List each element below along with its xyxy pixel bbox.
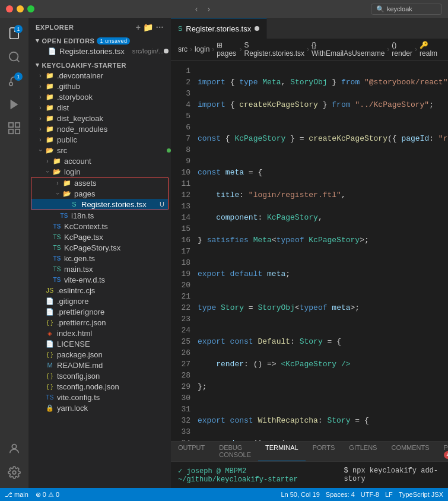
sidebar-item-gitignore[interactable]: 📄 .gitignore xyxy=(28,296,171,306)
maximize-button[interactable] xyxy=(27,5,34,12)
unsaved-badge: U xyxy=(160,201,164,208)
scm-badge: 1 xyxy=(14,72,23,81)
breadcrumb-login[interactable]: login xyxy=(195,45,209,53)
sidebar-item-package-json[interactable]: { } package.json xyxy=(28,349,171,360)
terminal-content[interactable]: ✓ joseph @ MBPM2 ~/github/keycloakify-st… xyxy=(171,462,448,488)
settings-icon[interactable] xyxy=(4,462,25,483)
search-icon: 🔍 xyxy=(376,5,385,13)
sidebar-item-account[interactable]: › 📁 account xyxy=(28,156,171,166)
svg-rect-6 xyxy=(15,123,20,127)
minimize-button[interactable] xyxy=(17,5,24,12)
sidebar-item-i18n[interactable]: TS i18n.ts xyxy=(28,210,171,221)
ts-file-icon: TS xyxy=(52,253,62,263)
sidebar-item-kcpagestory[interactable]: TS KcPageStory.tsx xyxy=(28,242,171,253)
sidebar-item-node-modules[interactable]: › 📁 node_modules xyxy=(28,123,171,134)
tab-debug-console[interactable]: DEBUG CONSOLE xyxy=(212,442,258,461)
status-language[interactable]: TypeScript JSX xyxy=(399,491,443,498)
sidebar-item-tsconfig[interactable]: { } tsconfig.json xyxy=(28,370,171,381)
problems-badge: 4 xyxy=(444,451,448,459)
open-editor-register-stories[interactable]: 📄 Register.stories.tsx src/login/... xyxy=(28,46,171,56)
new-file-icon[interactable]: + xyxy=(136,23,141,32)
back-button[interactable]: ‹ xyxy=(193,3,201,15)
search-text: keycloak xyxy=(387,5,412,12)
tab-ports[interactable]: PORTS xyxy=(306,442,342,461)
tab-gitlens[interactable]: GITLENS xyxy=(342,442,384,461)
status-line-col[interactable]: Ln 50, Col 19 xyxy=(281,491,319,498)
breadcrumb-sep3: › xyxy=(240,45,242,53)
tab-problems[interactable]: PROBLEMS 4 xyxy=(437,442,448,461)
status-branch[interactable]: ⎇ main xyxy=(5,491,28,499)
sidebar-item-prettierrc[interactable]: { } .prettierrc.json xyxy=(28,317,171,328)
file-icon: 📄 xyxy=(45,339,55,348)
project-section[interactable]: ▾ Keycloakify-Starter xyxy=(28,59,171,70)
extensions-icon[interactable] xyxy=(4,118,25,139)
status-line-ending[interactable]: LF xyxy=(385,491,393,498)
editor-area: S Register.stories.tsx src › login › ⊞ p… xyxy=(171,18,448,488)
open-editors-section[interactable]: ▾ Open Editors 1 unsaved xyxy=(28,34,171,46)
breadcrumb-export[interactable]: {} WithEmailAsUsername xyxy=(312,41,385,58)
breadcrumb-render[interactable]: () render xyxy=(392,41,412,58)
sidebar-item-eslintrc[interactable]: JS .eslintrc.cjs xyxy=(28,285,171,296)
sidebar-item-register-stories[interactable]: S Register.stories.tsx U xyxy=(31,199,168,210)
sidebar-item-index-html[interactable]: ◈ index.html xyxy=(28,328,171,338)
sidebar-item-kcgen[interactable]: TS kc.gen.ts xyxy=(28,253,171,264)
ts-file-icon: TS xyxy=(45,392,55,402)
accounts-icon[interactable] xyxy=(4,438,25,459)
sidebar-item-github[interactable]: › 📁 .github xyxy=(28,81,171,91)
status-encoding[interactable]: UTF-8 xyxy=(361,491,379,498)
source-control-icon[interactable]: 1 xyxy=(4,70,25,91)
sidebar-item-public[interactable]: › 📁 public xyxy=(28,134,171,145)
sidebar-item-vite-env[interactable]: TS vite-env.d.ts xyxy=(28,274,171,285)
tab-comments[interactable]: COMMENTS xyxy=(384,442,436,461)
sidebar-item-license[interactable]: 📄 LICENSE xyxy=(28,338,171,349)
tab-output[interactable]: OUTPUT xyxy=(171,442,212,461)
sidebar-item-src[interactable]: › 📂 src xyxy=(28,145,171,156)
sidebar-item-assets[interactable]: › 📁 assets xyxy=(31,177,168,188)
new-folder-icon[interactable]: 📁 xyxy=(143,23,154,32)
sidebar-item-tsconfig-node[interactable]: { } tsconfig.node.json xyxy=(28,381,171,392)
breadcrumb-pages[interactable]: ⊞ pages xyxy=(217,41,237,58)
sidebar-item-kcpage[interactable]: TS KcPage.tsx xyxy=(28,232,171,242)
sidebar-item-storybook[interactable]: › 📁 .storybook xyxy=(28,91,171,102)
search-icon[interactable] xyxy=(4,46,25,68)
sidebar-item-kccontext[interactable]: TS KcContext.ts xyxy=(28,221,171,232)
tab-register-stories[interactable]: S Register.stories.tsx xyxy=(171,18,267,39)
sidebar-item-dist-keycloak[interactable]: › 📁 dist_keycloak xyxy=(28,113,171,123)
sidebar-item-login[interactable]: › 📂 login xyxy=(28,166,171,177)
sidebar-item-devcontainer[interactable]: › 📁 .devcontainer xyxy=(28,70,171,81)
breadcrumb-src[interactable]: src xyxy=(178,45,188,53)
ts-file-icon: TS xyxy=(52,221,62,231)
more-actions-icon[interactable]: ··· xyxy=(156,23,164,32)
code-editor[interactable]: import { type Meta, StoryObj } from "@st… xyxy=(198,61,448,441)
run-debug-icon[interactable] xyxy=(4,94,25,115)
sidebar-item-dist[interactable]: › 📁 dist xyxy=(28,102,171,113)
breadcrumb-sep5: › xyxy=(387,45,389,53)
folder-icon: 📁 xyxy=(45,92,55,102)
breadcrumb-file[interactable]: S Register.stories.tsx xyxy=(244,41,304,58)
breadcrumb-realm[interactable]: 🔑 realm xyxy=(420,41,441,58)
status-errors[interactable]: ⊗ 0 ⚠ 0 xyxy=(36,491,59,499)
sidebar-item-yarn-lock[interactable]: 🔒 yarn.lock xyxy=(28,402,171,413)
files-icon[interactable]: 1 xyxy=(4,23,25,44)
sidebar-item-readme[interactable]: M README.md xyxy=(28,360,171,370)
terminal-command: $ npx keycloakify add-story xyxy=(344,467,441,483)
tab-label: Register.stories.tsx xyxy=(186,24,251,33)
lock-file-icon: 🔒 xyxy=(45,403,55,413)
folder-icon: 📁 xyxy=(62,178,72,188)
status-bar: ⎇ main ⊗ 0 ⚠ 0 Ln 50, Col 19 Spaces: 4 U… xyxy=(0,488,448,501)
warning-icon: ⚠ xyxy=(48,491,54,499)
sidebar-item-main[interactable]: TS main.tsx xyxy=(28,264,171,274)
json-file-icon: { } xyxy=(45,350,55,359)
sidebar-item-pages[interactable]: › 📂 pages xyxy=(31,188,168,199)
sidebar-item-prettierignore[interactable]: 📄 .prettierignore xyxy=(28,306,171,317)
forward-button[interactable]: › xyxy=(205,3,213,15)
tsx-file-icon: TS xyxy=(52,264,62,274)
breadcrumb-sep4: › xyxy=(307,45,309,53)
search-bar[interactable]: 🔍 keycloak xyxy=(371,4,442,15)
close-button[interactable] xyxy=(6,5,13,12)
titlebar: ‹ › 🔍 keycloak xyxy=(0,0,448,18)
sidebar-item-vite-config[interactable]: TS vite.config.ts xyxy=(28,392,171,402)
status-spaces[interactable]: Spaces: 4 xyxy=(326,491,355,498)
tab-terminal[interactable]: TERMINAL xyxy=(258,442,306,461)
ts-file-icon: TS xyxy=(59,211,69,220)
